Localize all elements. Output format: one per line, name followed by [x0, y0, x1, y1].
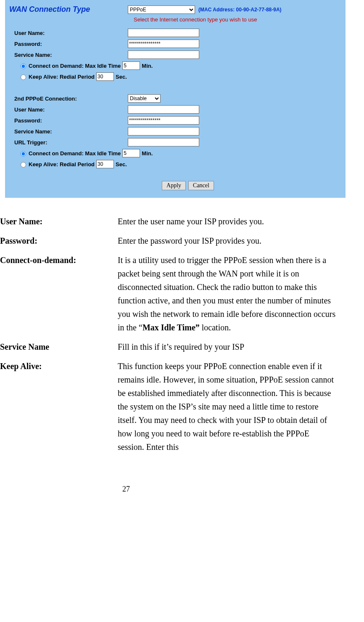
- second-pppoe-select[interactable]: Disable: [128, 94, 161, 103]
- select-type-note: Select the Internet connection type you …: [134, 16, 341, 23]
- keep-alive-2-label: Keep Alive: Redial Period: [29, 161, 95, 167]
- password-2-input[interactable]: [128, 116, 199, 125]
- connect-on-demand-2-label: Connect on Demand: Max Idle Time: [29, 150, 121, 157]
- min-2-suffix: Min.: [142, 150, 153, 157]
- mac-address-label: (MAC Address: 00-90-A2-77-88-9A): [198, 7, 282, 13]
- service-name-2-label: Service Name:: [9, 128, 128, 135]
- service-name-2-input[interactable]: [128, 127, 199, 136]
- second-pppoe-label: 2nd PPPoE Connection:: [9, 96, 128, 102]
- keep-alive-2-radio[interactable]: [21, 162, 26, 167]
- def-term-keep-alive: Keep Alive:: [0, 359, 118, 454]
- password-input[interactable]: [128, 40, 199, 48]
- apply-button[interactable]: Apply: [162, 181, 186, 190]
- def-desc-service-name: Fill in this if it’s required by your IS…: [118, 340, 336, 354]
- redial-period-input[interactable]: [96, 72, 114, 81]
- keep-alive-radio[interactable]: [21, 74, 26, 80]
- def-term-service-name: Service Name: [0, 340, 118, 354]
- user-name-2-input[interactable]: [128, 105, 199, 114]
- service-name-label: Service Name:: [9, 52, 128, 58]
- keep-alive-label: Keep Alive: Redial Period: [29, 74, 95, 80]
- url-trigger-label: URL Trigger:: [9, 139, 128, 146]
- page-number: 27: [118, 485, 135, 494]
- sec-2-suffix: Sec.: [116, 161, 127, 167]
- service-name-input[interactable]: [128, 51, 199, 59]
- def-term-user-name: User Name:: [0, 215, 118, 228]
- user-name-2-label: User Name:: [9, 106, 128, 113]
- connect-on-demand-label: Connect on Demand: Max Idle Time: [29, 63, 121, 69]
- def-desc-keep-alive: This function keeps your PPPoE connectio…: [118, 359, 336, 454]
- def-desc-connect-on-demand: It is a utility used to trigger the PPPo…: [118, 253, 336, 334]
- documentation-section: User Name: Enter the user name your ISP …: [0, 198, 364, 468]
- wan-type-select[interactable]: PPPoE: [128, 5, 195, 14]
- def-desc-user-name: Enter the user name your ISP provides yo…: [118, 215, 336, 228]
- password-2-label: Password:: [9, 117, 128, 124]
- def-desc-password: Enter the password your ISP provides you…: [118, 234, 336, 247]
- user-name-label: User Name:: [9, 30, 128, 36]
- wan-connection-type-title: WAN Connection Type: [9, 5, 128, 14]
- min-suffix: Min.: [142, 63, 153, 69]
- url-trigger-input[interactable]: [128, 138, 199, 146]
- max-idle-time-2-input[interactable]: [122, 149, 140, 157]
- def-term-connect-on-demand: Connect-on-demand:: [0, 253, 118, 334]
- connect-on-demand-2-radio[interactable]: [21, 151, 26, 157]
- user-name-input[interactable]: [128, 29, 199, 37]
- password-label: Password:: [9, 41, 128, 47]
- cancel-button[interactable]: Cancel: [188, 181, 214, 190]
- redial-period-2-input[interactable]: [96, 160, 114, 168]
- router-config-panel: WAN Connection Type PPPoE (MAC Address: …: [5, 0, 346, 198]
- connect-on-demand-radio[interactable]: [21, 64, 26, 69]
- sec-suffix: Sec.: [116, 74, 127, 80]
- def-term-password: Password:: [0, 234, 118, 247]
- max-idle-time-input[interactable]: [122, 61, 140, 70]
